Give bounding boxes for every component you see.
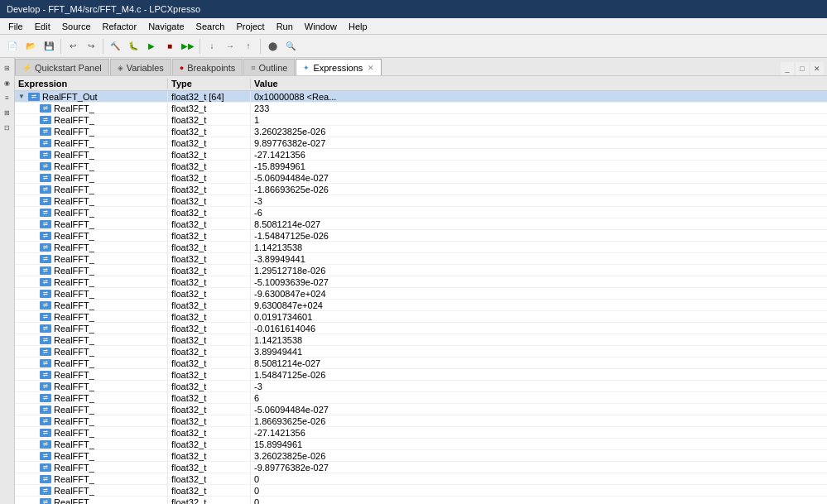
table-row[interactable]: ⇌RealFFT_float32_t9.6300847e+024 xyxy=(15,300,827,311)
table-row[interactable]: ⇌RealFFT_float32_t8.5081214e-027 xyxy=(15,218,827,230)
table-row[interactable]: ⇌RealFFT_float32_t3.26023825e-026 xyxy=(15,450,827,462)
new-file-button[interactable]: 📄 xyxy=(3,37,22,55)
value-cell: 0 xyxy=(251,473,827,484)
menu-source[interactable]: Source xyxy=(57,20,96,33)
perspective-btn-3[interactable]: ≡ xyxy=(1,91,14,104)
value-cell: 1.14213538 xyxy=(251,334,827,345)
debug-button[interactable]: 🐛 xyxy=(124,37,142,55)
table-row[interactable]: ⇌RealFFT_float32_t-27.1421356 xyxy=(15,427,827,439)
tab-expressions[interactable]: ✦ Expressions ✕ xyxy=(296,59,382,75)
table-row[interactable]: ⇌RealFFT_float32_t3.26023825e-026 xyxy=(15,126,827,137)
tab-outline-label: Outline xyxy=(259,63,288,73)
table-row[interactable]: ⇌RealFFT_float32_t8.5081214e-027 xyxy=(15,358,827,369)
perspective-btn-2[interactable]: ◉ xyxy=(1,76,14,89)
build-button[interactable]: 🔨 xyxy=(106,37,124,55)
menu-search[interactable]: Search xyxy=(191,20,230,33)
table-row[interactable]: ⇌RealFFT_float32_t233 xyxy=(15,103,827,114)
type-cell: float32_t xyxy=(168,300,251,310)
table-row[interactable]: ⇌RealFFT_float32_t-9.89776382e-027 xyxy=(15,462,827,473)
save-button[interactable]: 💾 xyxy=(40,37,58,55)
redo-button[interactable]: ↪ xyxy=(82,37,100,55)
table-row[interactable]: ⇌RealFFT_float32_t1.14213538 xyxy=(15,242,827,253)
tab-expressions-close[interactable]: ✕ xyxy=(368,64,374,72)
tab-outline[interactable]: ≡ Outline xyxy=(243,59,295,75)
table-row[interactable]: ⇌RealFFT_float32_t1.29512718e-026 xyxy=(15,265,827,276)
table-row[interactable]: ⇌RealFFT_float32_t1.54847125e-026 xyxy=(15,369,827,381)
tab-breakpoints-label: Breakpoints xyxy=(187,63,235,73)
table-row[interactable]: ⇌RealFFT_float32_t3.89949441 xyxy=(15,346,827,358)
table-row[interactable]: ⇌RealFFT_float32_t0 xyxy=(15,473,827,485)
tab-variables[interactable]: ◈ Variables xyxy=(110,59,171,75)
expand-icon[interactable]: ▼ xyxy=(18,93,26,100)
expression-name: RealFFT_ xyxy=(54,347,94,357)
menu-window[interactable]: Window xyxy=(300,20,342,33)
watch-icon: ⇌ xyxy=(40,348,51,356)
value-cell: 0.0191734601 xyxy=(251,311,827,322)
run-button[interactable]: ▶ xyxy=(142,37,161,55)
table-row[interactable]: ⇌RealFFT_float32_t-6 xyxy=(15,207,827,218)
table-row[interactable]: ⇌RealFFT_float32_t-5.10093639e-027 xyxy=(15,276,827,288)
table-row[interactable]: ⇌RealFFT_float32_t-15.8994961 xyxy=(15,161,827,172)
table-row[interactable]: ▼⇌RealFFT_Outfloat32_t [64]0x10000088 <R… xyxy=(15,91,827,103)
stop-button[interactable]: ■ xyxy=(161,37,179,55)
table-row[interactable]: ⇌RealFFT_float32_t15.8994961 xyxy=(15,439,827,450)
perspective-btn-5[interactable]: ⊡ xyxy=(1,121,14,134)
table-row[interactable]: ⇌RealFFT_float32_t9.89776382e-027 xyxy=(15,137,827,149)
watch-icon: ⇌ xyxy=(40,336,51,344)
menu-project[interactable]: Project xyxy=(231,20,269,33)
resume-button[interactable]: ▶▶ xyxy=(179,37,197,55)
expressions-table[interactable]: Expression Type Value ▼⇌RealFFT_Outfloat… xyxy=(15,76,827,504)
minimize-view-button[interactable]: _ xyxy=(781,62,794,75)
table-row[interactable]: ⇌RealFFT_float32_t1.14213538 xyxy=(15,334,827,346)
step-out-button[interactable]: ↑ xyxy=(239,37,257,55)
table-row[interactable]: ⇌RealFFT_float32_t-0.0161614046 xyxy=(15,323,827,334)
table-row[interactable]: ⇌RealFFT_float32_t6 xyxy=(15,392,827,404)
perspective-btn-1[interactable]: ⊞ xyxy=(1,61,14,74)
expression-name: RealFFT_Out xyxy=(42,92,98,102)
table-row[interactable]: ⇌RealFFT_float32_t-3 xyxy=(15,195,827,207)
table-row[interactable]: ⇌RealFFT_float32_t-1.54847125e-026 xyxy=(15,230,827,242)
menu-edit[interactable]: Edit xyxy=(30,20,55,33)
maximize-view-button[interactable]: □ xyxy=(796,62,809,75)
menu-navigate[interactable]: Navigate xyxy=(143,20,189,33)
tab-quickstart[interactable]: ⚡ Quickstart Panel xyxy=(15,59,109,75)
table-row[interactable]: ⇌RealFFT_float32_t-1.86693625e-026 xyxy=(15,184,827,195)
table-row[interactable]: ⇌RealFFT_float32_t-5.06094484e-027 xyxy=(15,172,827,184)
table-row[interactable]: ⇌RealFFT_float32_t-3 xyxy=(15,381,827,392)
perspective-btn-4[interactable]: ⊠ xyxy=(1,106,14,119)
step-over-button[interactable]: → xyxy=(221,37,239,55)
expression-name: RealFFT_ xyxy=(54,405,94,415)
close-view-button[interactable]: ✕ xyxy=(810,62,824,75)
table-row[interactable]: ⇌RealFFT_float32_t0.0191734601 xyxy=(15,311,827,323)
expression-name: RealFFT_ xyxy=(54,300,94,310)
table-row[interactable]: ⇌RealFFT_float32_t0 xyxy=(15,485,827,497)
toggle-breakpoint-button[interactable]: ⬤ xyxy=(263,37,281,55)
menu-refactor[interactable]: Refactor xyxy=(98,20,142,33)
table-row[interactable]: ⇌RealFFT_float32_t1 xyxy=(15,114,827,126)
table-row[interactable]: ⇌RealFFT_float32_t-27.1421356 xyxy=(15,149,827,161)
expression-name: RealFFT_ xyxy=(54,115,94,125)
step-into-button[interactable]: ↓ xyxy=(203,37,221,55)
table-row[interactable]: ⇌RealFFT_float32_t-5.06094484e-027 xyxy=(15,404,827,415)
search-toolbar-button[interactable]: 🔍 xyxy=(281,37,300,55)
tab-breakpoints[interactable]: ● Breakpoints xyxy=(172,59,243,75)
open-file-button[interactable]: 📂 xyxy=(22,37,40,55)
table-row[interactable]: ⇌RealFFT_float32_t-9.6300847e+024 xyxy=(15,288,827,300)
toolbar: 📄 📂 💾 ↩ ↪ 🔨 🐛 ▶ ■ ▶▶ ↓ → ↑ ⬤ 🔍 xyxy=(0,35,827,58)
expression-name: RealFFT_ xyxy=(54,173,94,183)
type-cell: float32_t xyxy=(168,230,251,241)
expression-name: RealFFT_ xyxy=(54,358,94,368)
table-row[interactable]: ⇌RealFFT_float32_t-3.89949441 xyxy=(15,253,827,265)
table-row[interactable]: ⇌RealFFT_float32_t1.86693625e-026 xyxy=(15,415,827,427)
menu-file[interactable]: File xyxy=(3,20,28,33)
expression-name: RealFFT_ xyxy=(54,208,94,218)
menu-help[interactable]: Help xyxy=(344,20,373,33)
menu-run[interactable]: Run xyxy=(272,20,298,33)
header-value: Value xyxy=(251,79,827,89)
table-header: Expression Type Value xyxy=(15,76,827,91)
table-row[interactable]: ⇌RealFFT_float32_t0 xyxy=(15,497,827,504)
undo-button[interactable]: ↩ xyxy=(64,37,82,55)
type-cell: float32_t xyxy=(168,137,251,148)
watch-icon: ⇌ xyxy=(40,324,51,333)
breakpoints-icon: ● xyxy=(180,64,184,72)
